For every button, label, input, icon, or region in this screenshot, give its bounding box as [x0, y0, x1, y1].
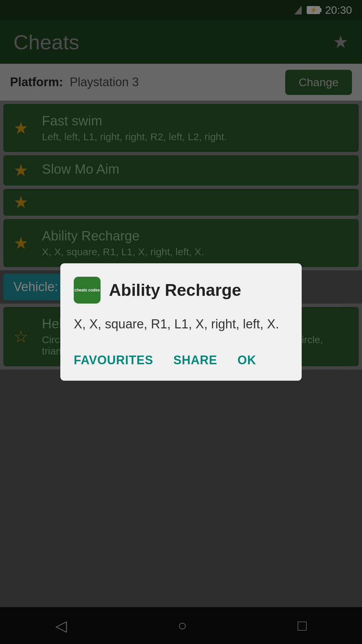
ability-recharge-dialog: cheats codes Ability Recharge X, X, squa…	[60, 263, 302, 381]
favourites-button[interactable]: FAVOURITES	[74, 350, 153, 371]
dialog-actions: FAVOURITES SHARE OK	[74, 350, 288, 371]
dialog-title: Ability Recharge	[109, 280, 241, 300]
app-icon-text: cheats codes	[74, 288, 100, 292]
dialog-overlay[interactable]: cheats codes Ability Recharge X, X, squa…	[0, 0, 362, 644]
dialog-body: X, X, square, R1, L1, X, right, left, X.	[74, 315, 288, 333]
ok-button[interactable]: OK	[237, 350, 256, 371]
share-button[interactable]: SHARE	[173, 350, 217, 371]
app-icon: cheats codes	[74, 277, 101, 304]
dialog-header: cheats codes Ability Recharge	[74, 277, 288, 304]
